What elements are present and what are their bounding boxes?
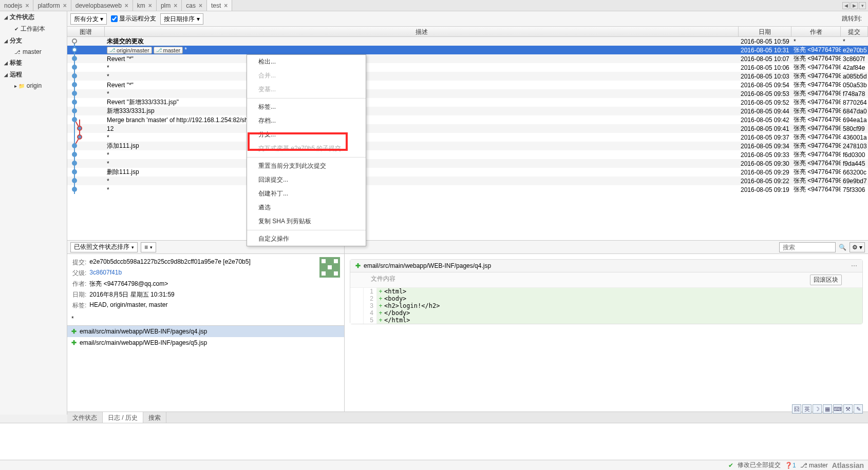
sort-dropdown[interactable]: 按日期排序 ▾ [160,13,203,25]
sidebar-item[interactable]: ▸ 📁origin [0,81,67,91]
branch-filter-dropdown[interactable]: 所有分支 ▾ [70,13,107,25]
commit-row[interactable]: *2016-08-05 10:03张亮 <947764798a085b5d [67,72,868,81]
ime-button[interactable]: ✎ [854,404,863,414]
plus-icon: ✚ [355,262,361,269]
col-date[interactable]: 日期 [739,27,791,36]
commit-row[interactable]: 新增333/3331.jsp2016-08-05 09:44张亮 <947764… [67,107,868,115]
close-icon[interactable]: × [25,2,29,9]
status-bar: ✔ 修改已全部提交 ❓1 ⎇ master Atlassian [0,460,868,470]
bottom-tab-bar: 文件状态日志 / 历史搜索 [67,412,868,423]
tab-prev-icon[interactable]: ◀ [842,2,850,9]
commit-row[interactable]: 未提交的更改2016-08-05 10:59** [67,37,868,46]
repo-tab[interactable]: platform× [33,0,71,11]
commit-row[interactable]: 删除111.jsp2016-08-05 09:29张亮 <94776479866… [67,168,868,177]
repo-tab[interactable]: developbaseweb× [71,0,133,11]
diff-line: 4+</body> [350,309,862,317]
col-commit[interactable]: 提交 [841,27,868,36]
meta-date-label: 日期: [72,290,88,300]
commit-row[interactable]: *2016-08-05 09:22张亮 <94776479869e9bd7 [67,177,868,185]
commit-row[interactable]: *2016-08-05 09:33张亮 <947764798f6d0300 [67,150,868,159]
close-icon[interactable]: × [199,2,202,9]
branch-indicator[interactable]: ⎇ master [800,462,828,469]
help-icon[interactable]: ❓1 [785,462,796,469]
commit-row[interactable]: *2016-08-05 10:06张亮 <94776479842af84e [67,63,868,72]
sidebar-section-header[interactable]: ◢文件状态 [0,11,67,23]
menu-item: 合并... [247,69,366,83]
commit-row[interactable]: 122016-08-05 09:41张亮 <947764798580cf99 [67,124,868,133]
jump-to-label[interactable]: 跳转到: [839,13,865,24]
commit-row[interactable]: Revert "*"2016-08-05 09:54张亮 <9477647980… [67,81,868,89]
menu-item[interactable]: 回滚提交... [247,173,366,187]
tab-next-icon[interactable]: ▶ [851,2,858,9]
menu-item[interactable]: 标签... [247,100,366,114]
ime-button[interactable]: ☽ [813,404,822,414]
menu-item[interactable]: 复制 SHA 到剪贴板 [247,214,366,228]
file-view-dropdown[interactable]: ≡▾ [141,242,156,252]
file-sort-dropdown[interactable]: 已依照文件状态排序▾ [70,242,138,252]
sidebar-section-header[interactable]: ◢远程 [0,69,67,81]
close-icon[interactable]: × [63,2,67,9]
search-input[interactable] [779,242,836,252]
menu-item[interactable]: 分支... [247,128,366,142]
menu-item[interactable]: 创建补丁... [247,187,366,201]
commit-row[interactable]: ⎇origin/master⎇master*2016-08-05 10:31张亮… [67,46,868,54]
file-item[interactable]: ✚email/src/main/webapp/WEB-INF/pages/q5.… [67,337,344,348]
close-icon[interactable]: × [224,2,228,9]
file-item[interactable]: ✚email/src/main/webapp/WEB-INF/pages/q4.… [67,326,344,337]
meta-tags-label: 标签: [72,301,88,311]
menu-item[interactable]: 自定义操作 [247,232,366,246]
commit-row[interactable]: *2016-08-05 09:53张亮 <947764798f748a78 [67,89,868,98]
sidebar-section-header[interactable]: ◢分支 [0,35,67,47]
repo-tab-bar: nodejs×platform×developbaseweb×km×plm×ca… [0,0,868,11]
col-desc[interactable]: 描述 [105,27,739,36]
search-icon[interactable]: 🔍 [839,244,846,251]
close-icon[interactable]: × [125,2,128,9]
menu-item[interactable]: 存档... [247,114,366,128]
close-icon[interactable]: × [148,2,152,9]
col-author[interactable]: 作者 [791,27,841,36]
commit-message: * [71,315,315,322]
sidebar-section-header[interactable]: ◢标签 [0,57,67,69]
commit-row[interactable]: *2016-08-05 09:37张亮 <947764798436001a [67,133,868,142]
bottom-tab[interactable]: 搜索 [143,412,166,423]
sidebar-item[interactable]: ⎇master [0,47,67,57]
menu-item[interactable]: 重置当前分支到此次提交 [247,159,366,173]
meta-date-value: 2016年8月5日 星期五 10:31:59 [89,290,252,300]
diff-options-icon[interactable]: ⋯ [851,262,857,269]
repo-tab[interactable]: cas× [182,0,207,11]
commit-row[interactable]: Revert "新增333/3331.jsp"2016-08-05 09:52张… [67,98,868,107]
status-message: 修改已全部提交 [738,461,781,469]
repo-tab[interactable]: nodejs× [0,0,33,11]
ime-button[interactable]: ⌨ [833,404,842,414]
meta-commit-value: e2e70b5dccb598a1227b25cc9d8b2cff01a95e7e… [89,258,252,268]
menu-item[interactable]: 检出... [247,55,366,69]
meta-tags-value: HEAD, origin/master, master [89,301,252,311]
bottom-tab[interactable]: 日志 / 历史 [103,412,143,423]
ime-button[interactable]: 英 [802,404,812,414]
commit-row[interactable]: 添加111.jsp2016-08-05 09:34张亮 <94776479824… [67,142,868,150]
commit-row[interactable]: *2016-08-05 09:30张亮 <947764798f9da445 [67,159,868,168]
col-graph[interactable]: 图谱 [67,27,105,36]
diff-line: 5+</html> [350,317,862,324]
commit-row[interactable]: Merge branch 'master' of http://192.168.… [67,115,868,124]
menu-item[interactable]: 遴选 [247,201,366,214]
sidebar-item[interactable]: ✔工作副本 [0,23,67,35]
repo-tab[interactable]: plm× [157,0,182,11]
tab-nav: ◀ ▶ ▾ [842,0,868,11]
ime-button[interactable]: ▦ [823,404,832,414]
repo-tab[interactable]: km× [133,0,157,11]
repo-tab[interactable]: test× [207,0,232,11]
revert-hunk-button[interactable]: 回滚区块 [810,275,842,285]
ime-button[interactable]: 囧 [792,404,801,414]
show-remote-checkbox[interactable]: 显示远程分支 [111,14,156,23]
gear-icon[interactable]: ⚙ ▾ [850,242,865,252]
tab-list-icon[interactable]: ▾ [859,2,866,9]
branch-icon: ⎇ [156,47,162,53]
meta-parent-link[interactable]: 3c8607f41b [89,269,122,276]
commit-row[interactable]: *2016-08-05 09:19张亮 <94776479875f3306 [67,185,868,194]
close-icon[interactable]: × [174,2,177,9]
ime-button[interactable]: ⚒ [843,404,853,414]
commit-row[interactable]: Revert "*"2016-08-05 10:07张亮 <9477647983… [67,54,868,63]
commit-rows: 未提交的更改2016-08-05 10:59**⎇origin/master⎇m… [67,37,868,194]
bottom-tab[interactable]: 文件状态 [67,412,103,423]
